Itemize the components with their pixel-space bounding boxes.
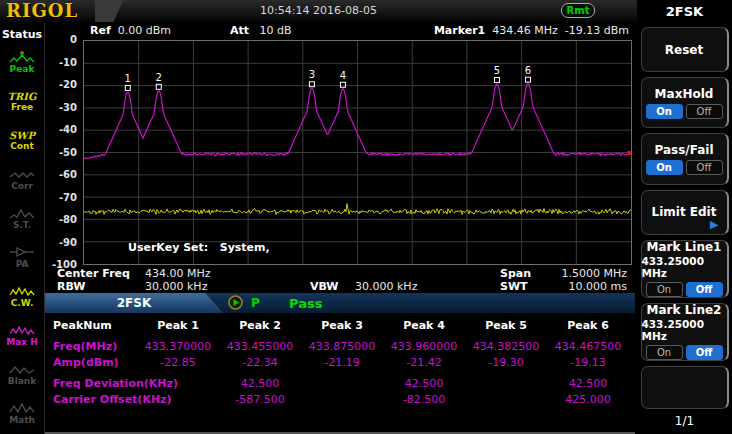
ref-label: Ref	[90, 24, 111, 37]
marker-freq: 434.46 MHz	[492, 24, 558, 37]
y-tick-label: 0	[70, 34, 77, 45]
col-peak5: Peak 5	[465, 319, 547, 332]
rbw-value: 30.000 kHz	[145, 280, 207, 293]
svg-text:6: 6	[525, 65, 531, 76]
mark-line1-off-toggle[interactable]: Off	[686, 282, 723, 297]
marker-readout: Marker1 434.46 MHz -19.13 dBm	[434, 24, 629, 37]
y-tick-label: -40	[59, 124, 77, 135]
maxhold-on-toggle[interactable]: On	[646, 104, 683, 119]
marker-amp: -19.13 dBm	[565, 24, 629, 37]
sweep-info: Center Freq 434.00 MHz Span 1.5000 MHz R…	[45, 265, 635, 293]
empty-softkey[interactable]	[641, 366, 729, 409]
status-math: Math	[0, 394, 45, 433]
status-corr-label: Corr	[11, 181, 33, 191]
maxhold-off-toggle[interactable]: Off	[686, 104, 723, 119]
userkey-value: System,	[220, 241, 270, 254]
main-area: Ref 0.00 dBm Att 10 dB Marker1 434.46 MH…	[45, 22, 635, 434]
ref-level: Ref 0.00 dBm	[90, 24, 171, 37]
mark-line1-value: 433.25000 MHz	[642, 255, 727, 279]
svg-text:2: 2	[156, 72, 162, 83]
center-freq-value: 434.00 MHz	[145, 267, 211, 280]
blank-wave-icon	[9, 363, 35, 376]
status-sidebar: Status Peak TRIG Free SWP Cont Corr	[0, 22, 45, 434]
col-peak1: Peak 1	[137, 319, 219, 332]
preamp-icon	[9, 246, 35, 259]
math-wave-icon	[9, 402, 35, 415]
mark-line2-off-toggle[interactable]: Off	[686, 345, 723, 360]
vbw-label: VBW	[310, 280, 338, 293]
y-tick-label: -50	[59, 146, 77, 157]
status-math-label: Math	[9, 415, 35, 425]
passfail-button[interactable]: Pass/Fail On Off	[641, 133, 729, 184]
svg-text:3: 3	[309, 69, 315, 80]
span-value: 1.5000 MHz	[561, 267, 627, 280]
y-tick-label: -20	[59, 79, 77, 90]
reset-button[interactable]: Reset	[641, 27, 729, 72]
col-peak4: Peak 4	[383, 319, 465, 332]
y-tick-label: -10	[59, 56, 77, 67]
mark-line2-button[interactable]: Mark Line2 433.25000 MHz On Off	[641, 303, 729, 361]
mark-line2-on-toggle[interactable]: On	[646, 345, 683, 360]
play-icon[interactable]	[228, 295, 243, 310]
status-swp-label: Cont	[10, 141, 34, 151]
status-swp: SWP Cont	[0, 121, 45, 160]
peak-wave-icon	[9, 51, 35, 64]
peak-table-header: PeakNum Peak 1 Peak 2 Peak 3 Peak 4 Peak…	[45, 319, 635, 332]
status-blank-label: Blank	[8, 376, 36, 386]
table-row-freq-deviation: Freq Deviation(KHz) 42.500 42.500 42.500	[45, 377, 635, 390]
status-trig: TRIG Free	[0, 82, 45, 121]
att-value: 10 dB	[260, 24, 292, 37]
status-pa: PA	[0, 238, 45, 277]
graph-header: Ref 0.00 dBm Att 10 dB Marker1 434.46 MH…	[45, 24, 635, 39]
maxhold-wave-icon	[9, 324, 35, 337]
page-indicator: 1/1	[675, 414, 694, 432]
table-row-amp: Amp(dBm) -22.85 -22.34 -21.19 -21.42 -19…	[45, 356, 635, 369]
y-tick-label: -80	[59, 214, 77, 225]
vbw-value: 30.000 kHz	[355, 280, 417, 293]
col-peak2: Peak 2	[219, 319, 301, 332]
trace-canvas: 123456	[84, 41, 631, 264]
measurement-status-bar: 2FSK P Pass	[45, 293, 635, 313]
menu-title: 2FSK	[666, 2, 703, 22]
remote-badge: Rmt	[561, 3, 595, 18]
marker-label: Marker1	[434, 24, 485, 37]
col-peak6: Peak 6	[547, 319, 629, 332]
analyzer-screen: RIGOL 10:54:14 2016-08-05 Rmt Status Pea…	[0, 0, 732, 434]
limit-edit-button[interactable]: Limit Edit ▶	[641, 190, 729, 235]
passfail-on-toggle[interactable]: On	[646, 160, 683, 175]
span-label: Span	[500, 267, 531, 280]
svg-text:1: 1	[125, 73, 131, 84]
passfail-off-toggle[interactable]: Off	[686, 160, 723, 175]
cw-wave-icon	[9, 285, 35, 298]
mark-line1-on-toggle[interactable]: On	[646, 282, 683, 297]
center-freq-label: Center Freq	[57, 267, 130, 280]
y-tick-label: -60	[59, 169, 77, 180]
maxhold-button[interactable]: MaxHold On Off	[641, 77, 729, 128]
col-peak3: Peak 3	[301, 319, 383, 332]
status-trig-label: Free	[11, 102, 33, 112]
status-swp-word: SWP	[9, 130, 35, 141]
status-cw-label: C.W.	[11, 298, 34, 308]
status-blank: Blank	[0, 355, 45, 394]
measurement-tab: 2FSK	[45, 293, 223, 313]
swt-label: SWT	[500, 280, 528, 293]
swt-value: 10.000 ms	[569, 280, 627, 293]
sweep-time-wave-icon	[9, 207, 35, 220]
mark-line1-button[interactable]: Mark Line1 433.25000 MHz On Off	[641, 240, 729, 298]
status-st-label: S.T.	[13, 220, 31, 230]
svg-text:4: 4	[340, 70, 346, 81]
submenu-arrow-icon: ▶	[710, 218, 718, 231]
att-label: Att	[230, 24, 249, 37]
softkey-panel: 2FSK Reset MaxHold On Off Pass/Fail On O…	[637, 0, 732, 434]
mark-line2-value: 433.25000 MHz	[642, 318, 727, 342]
pass-fail-status: Pass	[289, 296, 322, 311]
col-peaknum: PeakNum	[53, 319, 137, 332]
top-bar: RIGOL 10:54:14 2016-08-05 Rmt	[0, 0, 637, 22]
table-row-carrier-offset: Carrier Offset(KHz) -587.500 -82.500 425…	[45, 393, 635, 406]
run-state-letter: P	[251, 296, 260, 310]
rbw-label: RBW	[57, 280, 85, 293]
y-axis-labels: 0-10-20-30-40-50-60-70-80-90-100	[45, 40, 81, 265]
datetime: 10:54:14 2016-08-05	[0, 4, 637, 17]
status-cw: C.W.	[0, 277, 45, 316]
status-st: S.T.	[0, 199, 45, 238]
